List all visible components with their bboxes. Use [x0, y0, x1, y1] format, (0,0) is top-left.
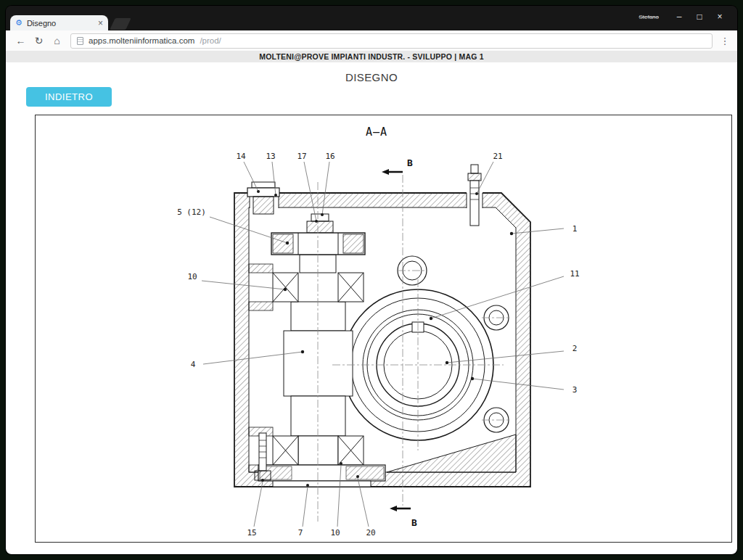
- close-button[interactable]: ×: [710, 12, 730, 22]
- technical-drawing: A–A: [36, 115, 731, 542]
- bottom-cover: [258, 465, 385, 487]
- callout-21: 21: [493, 152, 502, 161]
- reload-icon[interactable]: ↻: [30, 36, 48, 46]
- callout-10-bottom: 10: [330, 528, 340, 538]
- home-icon[interactable]: ⌂: [48, 36, 66, 46]
- browser-tab[interactable]: ⚙ Disegno ×: [10, 15, 108, 30]
- site-banner: MOLTENI@PROVE IMPIANTI INDUSTR. - SVILUP…: [6, 51, 737, 62]
- minimize-button[interactable]: –: [669, 12, 689, 22]
- bearing-bottom-right: [338, 436, 364, 465]
- callout-3: 3: [572, 385, 578, 395]
- window-controls-area: Stefano – □ ×: [639, 12, 737, 30]
- back-icon[interactable]: ←: [12, 36, 30, 46]
- page-content: MOLTENI@PROVE IMPIANTI INDUSTR. - SVILUP…: [6, 51, 737, 554]
- url-bar[interactable]: apps.molteniinformatica.com/prod/: [70, 33, 713, 49]
- menu-dots-icon[interactable]: ⋮: [718, 36, 731, 46]
- bolt-15: [255, 433, 271, 480]
- bolt-21: [468, 165, 481, 226]
- callout-11: 11: [570, 269, 579, 279]
- callout-16: 16: [325, 152, 334, 161]
- callout-1: 1: [572, 224, 578, 234]
- bearing-top-left: [273, 273, 298, 302]
- tab-title: Disegno: [27, 19, 94, 28]
- section-mark-top: B: [382, 157, 413, 175]
- callout-5-12: 5 (12): [177, 207, 206, 217]
- bearing-bottom-left: [273, 436, 298, 465]
- gear: [271, 214, 365, 255]
- callout-13: 13: [266, 152, 275, 161]
- callout-20: 20: [366, 528, 375, 538]
- bottom-rib: [387, 435, 516, 472]
- indietro-button[interactable]: INDIETRO: [26, 87, 112, 107]
- bearing-top-right: [338, 273, 364, 302]
- window-controls: – □ ×: [669, 12, 730, 22]
- callout-4: 4: [191, 360, 196, 369]
- drawing-frame: A–A: [35, 115, 732, 543]
- callout-2: 2: [572, 344, 578, 353]
- url-host: apps.molteniinformatica.com: [89, 36, 194, 45]
- callout-7: 7: [298, 528, 303, 538]
- desktop-background: ⚙ Disegno × Stefano – □ × ← ↻ ⌂ apps.mol…: [0, 0, 743, 560]
- page-title: DISEGNO: [6, 71, 737, 83]
- url-path: /prod/: [200, 36, 221, 45]
- section-label-top: B: [407, 157, 413, 168]
- new-tab-button[interactable]: [110, 18, 131, 30]
- window-profile-label: Stefano: [639, 14, 659, 20]
- right-bolt-circles: [484, 305, 509, 432]
- callout-15: 15: [247, 528, 256, 538]
- browser-window: ⚙ Disegno × Stefano – □ × ← ↻ ⌂ apps.mol…: [6, 6, 737, 554]
- callout-10-top: 10: [187, 272, 197, 281]
- page-icon: [77, 37, 83, 45]
- callout-17: 17: [297, 152, 306, 161]
- browser-toolbar: ← ↻ ⌂ apps.molteniinformatica.com/prod/ …: [6, 30, 737, 52]
- callout-14: 14: [236, 152, 246, 161]
- view-label: A–A: [366, 125, 387, 139]
- section-mark-bottom: B: [390, 506, 417, 528]
- section-label-bottom: B: [411, 517, 417, 528]
- window-titlebar: ⚙ Disegno × Stefano – □ ×: [6, 6, 737, 30]
- maximize-button[interactable]: □: [689, 12, 710, 22]
- tab-favicon-gear-icon: ⚙: [15, 19, 22, 27]
- tab-close-icon[interactable]: ×: [98, 19, 103, 28]
